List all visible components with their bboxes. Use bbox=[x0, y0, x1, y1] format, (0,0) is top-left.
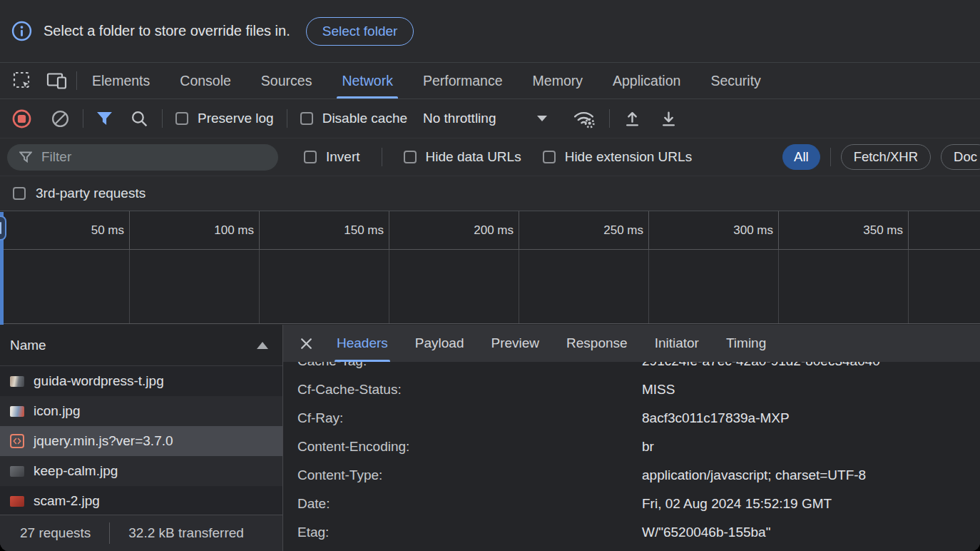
disable-cache-checkbox[interactable] bbox=[300, 112, 313, 125]
details-tab-initiator[interactable]: Initiator bbox=[641, 325, 713, 362]
header-name: Cf-Ray: bbox=[297, 410, 642, 426]
filter-input[interactable] bbox=[41, 149, 266, 165]
record-icon[interactable] bbox=[11, 108, 32, 129]
timeline-tick: 150 ms bbox=[260, 211, 389, 249]
timeline-tick: 50 ms bbox=[0, 211, 130, 249]
tab-label: Performance bbox=[423, 73, 503, 89]
waterfall-grid-cell bbox=[260, 250, 389, 323]
header-name: Date: bbox=[297, 496, 642, 512]
throttling-value: No throttling bbox=[423, 111, 496, 126]
waterfall-grid-cell bbox=[779, 250, 909, 323]
timeline-tick-empty bbox=[909, 211, 980, 249]
header-name: Etag: bbox=[297, 525, 642, 540]
network-split-view: Name guida-wordpress-t.jpg icon.jpg jque… bbox=[0, 325, 980, 551]
inspect-icon[interactable] bbox=[13, 71, 32, 91]
separator bbox=[287, 109, 287, 128]
name-column-header[interactable]: Name bbox=[0, 325, 282, 366]
timeline-ruler: 50 ms 100 ms 150 ms 200 ms 250 ms 300 ms… bbox=[0, 211, 980, 250]
request-row[interactable]: scam-2.jpg bbox=[0, 486, 282, 516]
request-name: scam-2.jpg bbox=[34, 493, 100, 509]
request-name: jquery.min.js?ver=3.7.0 bbox=[34, 433, 173, 449]
request-row-selected[interactable]: jquery.min.js?ver=3.7.0 bbox=[0, 426, 282, 456]
filter-icon[interactable] bbox=[96, 111, 113, 126]
header-name: Content-Encoding: bbox=[297, 439, 642, 455]
request-row[interactable]: keep-calm.jpg bbox=[0, 456, 282, 486]
tab-elements[interactable]: Elements bbox=[77, 63, 165, 98]
third-party-requests-label: 3rd-party requests bbox=[36, 186, 146, 201]
clear-icon[interactable] bbox=[51, 109, 70, 128]
hide-data-urls-label: Hide data URLs bbox=[426, 149, 521, 165]
device-toolbar-icon[interactable] bbox=[46, 71, 68, 91]
header-row: Cache-Tag: 291c24fe-a7ec-42a0-91d2-80ec3… bbox=[297, 362, 980, 375]
request-name: guida-wordpress-t.jpg bbox=[34, 373, 164, 389]
header-name: Content-Type: bbox=[297, 467, 642, 483]
filter-chip-doc[interactable]: Doc bbox=[941, 144, 980, 170]
header-value: Fri, 02 Aug 2024 15:52:19 GMT bbox=[642, 496, 832, 512]
details-tab-response[interactable]: Response bbox=[553, 325, 641, 362]
network-conditions-icon[interactable] bbox=[573, 109, 596, 128]
tab-network[interactable]: Network bbox=[327, 63, 408, 98]
select-folder-button[interactable]: Select folder bbox=[306, 17, 414, 46]
timeline-tick: 250 ms bbox=[519, 211, 649, 249]
preserve-log-checkbox[interactable] bbox=[175, 112, 188, 125]
dropdown-caret-icon bbox=[537, 116, 547, 121]
header-name: Cf-Cache-Status: bbox=[297, 382, 642, 398]
info-icon bbox=[11, 21, 32, 41]
export-har-icon[interactable] bbox=[659, 109, 678, 128]
tab-label: Sources bbox=[261, 73, 312, 89]
third-party-requests-checkbox[interactable] bbox=[13, 187, 26, 200]
tab-console[interactable]: Console bbox=[165, 63, 246, 98]
tab-label: Memory bbox=[533, 73, 583, 89]
invert-checkbox[interactable] bbox=[304, 151, 317, 163]
header-value: br bbox=[642, 439, 654, 455]
details-tab-headers[interactable]: Headers bbox=[323, 325, 402, 362]
import-har-icon[interactable] bbox=[623, 109, 642, 128]
tab-performance[interactable]: Performance bbox=[408, 63, 518, 98]
image-preview-icon bbox=[10, 406, 24, 417]
request-name: icon.jpg bbox=[34, 403, 81, 419]
header-value: W/"6520046b-155ba" bbox=[642, 525, 770, 540]
third-party-requests-option: 3rd-party requests bbox=[0, 176, 980, 211]
name-column-label: Name bbox=[10, 338, 46, 353]
hide-data-urls-checkbox[interactable] bbox=[404, 151, 417, 163]
hide-extension-urls-label: Hide extension URLs bbox=[565, 149, 692, 165]
header-value: 291c24fe-a7ec-42a0-91d2-80ec34a040 bbox=[642, 362, 880, 369]
overview-grip-handle-icon[interactable] bbox=[0, 216, 6, 241]
request-row[interactable]: guida-wordpress-t.jpg bbox=[0, 366, 282, 396]
filter-chip-all[interactable]: All bbox=[782, 144, 820, 170]
hide-extension-urls-checkbox[interactable] bbox=[543, 151, 556, 163]
throttling-select[interactable]: No throttling bbox=[420, 111, 550, 126]
request-details-pane: Headers Payload Preview Response Initiat… bbox=[283, 325, 980, 551]
tab-label: Application bbox=[613, 73, 680, 89]
preserve-log-option: Preserve log bbox=[175, 111, 274, 126]
timeline-tick: 200 ms bbox=[389, 211, 519, 249]
filter-chip-fetch-xhr[interactable]: Fetch/XHR bbox=[841, 144, 931, 170]
tab-security[interactable]: Security bbox=[695, 63, 775, 98]
filter-input-container bbox=[7, 144, 278, 171]
invert-option: Invert bbox=[304, 149, 360, 165]
image-preview-icon bbox=[10, 376, 24, 387]
requests-pane: Name guida-wordpress-t.jpg icon.jpg jque… bbox=[0, 325, 283, 551]
tab-sources[interactable]: Sources bbox=[246, 63, 327, 98]
hide-data-urls-option: Hide data URLs bbox=[404, 149, 521, 165]
details-tab-timing[interactable]: Timing bbox=[713, 325, 780, 362]
details-tab-bar: Headers Payload Preview Response Initiat… bbox=[283, 325, 980, 362]
close-icon[interactable] bbox=[289, 325, 323, 362]
headers-content[interactable]: Cache-Tag: 291c24fe-a7ec-42a0-91d2-80ec3… bbox=[283, 362, 980, 551]
tab-memory[interactable]: Memory bbox=[518, 63, 598, 98]
filter-input-icon bbox=[19, 151, 32, 163]
requests-count: 27 requests bbox=[20, 525, 91, 541]
details-tab-preview[interactable]: Preview bbox=[478, 325, 553, 362]
header-value: application/javascript; charset=UTF-8 bbox=[642, 467, 866, 483]
waterfall-grid-cell bbox=[519, 250, 649, 323]
separator bbox=[162, 109, 163, 128]
search-icon[interactable] bbox=[130, 109, 149, 128]
header-name: Cache-Tag: bbox=[297, 362, 642, 369]
details-tab-payload[interactable]: Payload bbox=[402, 325, 478, 362]
tab-application[interactable]: Application bbox=[598, 63, 695, 98]
overview-window-left-grip[interactable] bbox=[0, 212, 4, 325]
hide-extension-urls-option: Hide extension URLs bbox=[543, 149, 692, 165]
header-row: Content-Encoding: br bbox=[297, 433, 980, 461]
tab-label: Elements bbox=[92, 73, 150, 89]
request-row[interactable]: icon.jpg bbox=[0, 396, 282, 426]
